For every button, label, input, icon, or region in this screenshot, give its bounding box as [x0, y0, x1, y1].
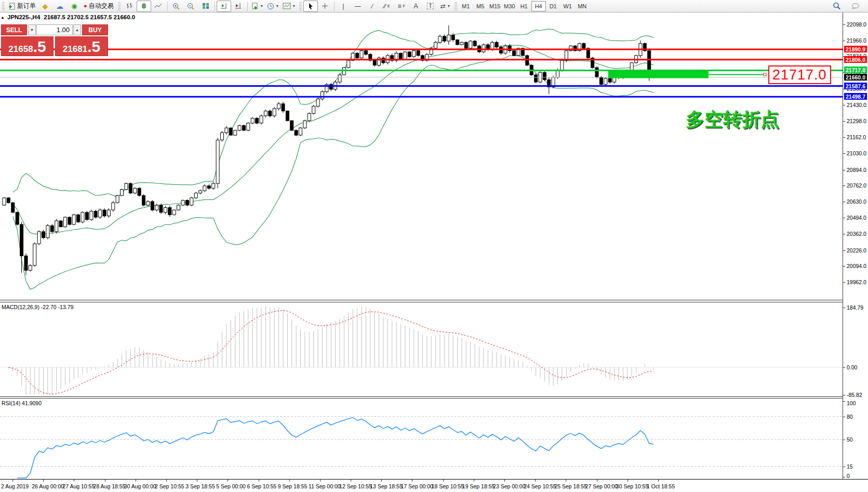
signals-button[interactable]: ◉ — [67, 1, 82, 12]
crosshair-button[interactable] — [318, 1, 332, 12]
vertical-line-button[interactable]: | — [336, 1, 351, 12]
bar-chart-button[interactable] — [122, 1, 137, 12]
chevron-down-icon: ▾ — [293, 4, 295, 8]
chat-button[interactable] — [848, 1, 863, 12]
time-tick-mark — [320, 480, 321, 482]
tab-timeframe-h1[interactable]: H1 — [517, 1, 531, 11]
volume-decrease-button[interactable]: ▼ — [28, 24, 36, 35]
highlighted-price-label[interactable]: 21717.0 — [768, 65, 831, 84]
tab-timeframe-m30[interactable]: M30 — [502, 1, 517, 11]
time-tick-label: 19 Sep 18:55 — [462, 483, 495, 489]
text-label-button[interactable]: T — [423, 1, 438, 12]
zoom-out-button[interactable] — [184, 1, 198, 12]
triangle-down-icon: ▼ — [30, 28, 34, 32]
new-order-button[interactable]: 新订单 — [6, 1, 38, 12]
buy-button[interactable]: BUY — [82, 24, 108, 35]
time-tick-mark — [566, 480, 566, 482]
chart-area: 22098.021966.021834.021702.021566.021430… — [0, 0, 868, 492]
gold-icon: ◆ — [43, 3, 48, 10]
template-icon — [283, 3, 291, 9]
vertical-line-icon: | — [342, 3, 344, 9]
rsi-axis-label: 80 — [847, 414, 853, 420]
periods-button[interactable]: ▾ — [265, 1, 281, 12]
autotrading-button[interactable]: ● 自动交易 — [82, 1, 116, 12]
price-tick-mark — [843, 218, 845, 218]
autotrading-label: 自动交易 — [89, 2, 114, 10]
main-price-chart[interactable] — [0, 12, 843, 300]
sell-button[interactable]: SELL — [1, 24, 27, 35]
auto-scroll-icon — [220, 3, 228, 9]
time-tick-mark — [658, 480, 659, 482]
time-tick-mark — [105, 480, 105, 482]
time-tick-mark — [12, 480, 13, 482]
text-icon: A — [413, 3, 418, 9]
arrows-button[interactable]: ⇄▾ — [438, 1, 452, 12]
volume-input[interactable]: 1.00 — [36, 24, 73, 35]
time-tick-label: 2 Sep 10:55 — [155, 483, 184, 489]
tab-timeframe-h4[interactable]: H4 — [531, 1, 546, 11]
indicators-button[interactable]: ▾ — [249, 1, 265, 12]
macd-axis-tick — [843, 395, 845, 395]
macd-axis-tick — [843, 308, 845, 308]
clock-icon — [267, 3, 274, 10]
macd-indicator-panel[interactable] — [0, 302, 843, 396]
fibonacci-button[interactable]: ≡F — [394, 1, 409, 12]
tab-timeframe-w1[interactable]: W1 — [560, 1, 575, 11]
rsi-axis-tick — [843, 401, 845, 402]
time-tick-mark — [597, 480, 597, 482]
buy-price-display[interactable]: 21681 .5 — [55, 36, 108, 56]
tab-timeframe-m15[interactable]: M15 — [488, 1, 502, 11]
rsi-axis-tick — [843, 417, 845, 417]
tab-timeframe-mn[interactable]: MN — [575, 1, 590, 11]
price-tick-label: 21966.0 — [847, 37, 866, 44]
buy-price-main: 21681 — [63, 44, 87, 55]
time-tick-mark — [351, 480, 351, 482]
rsi-axis-label: 50 — [847, 436, 853, 443]
time-tick-label: 30 Aug 00:00 — [124, 483, 156, 489]
time-tick-mark — [43, 480, 44, 482]
tab-timeframe-m5[interactable]: M5 — [473, 1, 488, 11]
price-tick-label: 20494.0 — [847, 215, 866, 221]
price-tick-label: 20894.0 — [847, 167, 866, 173]
trendline-button[interactable]: ∕ — [365, 1, 380, 12]
price-tick-label: 21298.0 — [847, 118, 866, 124]
templates-button[interactable]: ▾ — [281, 1, 297, 12]
ohlc-values: 21687.5 21702.5 21657.5 21660.0 — [44, 14, 135, 20]
line-chart-button[interactable] — [151, 1, 166, 12]
tab-timeframe-d1[interactable]: D1 — [546, 1, 560, 11]
price-tick-label: 20226.0 — [847, 247, 866, 254]
tab-timeframe-m1[interactable]: M1 — [459, 1, 473, 11]
time-tick-label: 17 Sep 00:00 — [400, 483, 433, 489]
chart-shift-button[interactable] — [231, 1, 246, 12]
toolbar-separator — [215, 2, 215, 11]
community-button[interactable]: ☁ — [52, 1, 67, 12]
zoom-out-icon — [187, 3, 195, 10]
tile-windows-button[interactable] — [198, 1, 213, 12]
price-tick-mark — [843, 153, 845, 154]
price-scale[interactable]: 22098.021966.021834.021702.021566.021430… — [843, 0, 868, 492]
tile-windows-icon — [202, 3, 209, 9]
horizontal-line-button[interactable]: — — [351, 1, 365, 12]
candlestick-chart-button[interactable] — [137, 1, 151, 12]
buy-price-pip: .5 — [87, 39, 100, 55]
search-button[interactable] — [830, 1, 844, 12]
cursor-button[interactable] — [303, 1, 318, 12]
market-watch-button[interactable]: ◆ — [38, 1, 52, 12]
time-tick-mark — [228, 480, 228, 482]
equidistant-channel-button[interactable]: ∕∕E — [380, 1, 394, 12]
auto-scroll-button[interactable] — [217, 1, 231, 12]
rsi-indicator-panel[interactable] — [0, 398, 843, 479]
text-label-icon: T — [427, 3, 434, 9]
sell-price-display[interactable]: 21658 .5 — [1, 36, 54, 56]
rsi-axis-label: 15 — [847, 463, 853, 470]
symbol-period: JPN225-,H4 — [7, 14, 40, 20]
time-axis[interactable]: 2 Aug 201926 Aug 00:0027 Aug 10:5528 Aug… — [0, 479, 868, 492]
time-tick-label: 24 Sep 10:55 — [524, 483, 556, 489]
volume-increase-button[interactable]: ▲ — [73, 24, 81, 35]
toolbar-grip — [455, 2, 457, 10]
rsi-axis-tick — [843, 440, 845, 440]
time-tick-label: 3 Sep 18:55 — [185, 483, 215, 489]
text-button[interactable]: A — [409, 1, 423, 12]
time-tick-mark — [504, 480, 505, 482]
zoom-in-button[interactable] — [169, 1, 184, 12]
